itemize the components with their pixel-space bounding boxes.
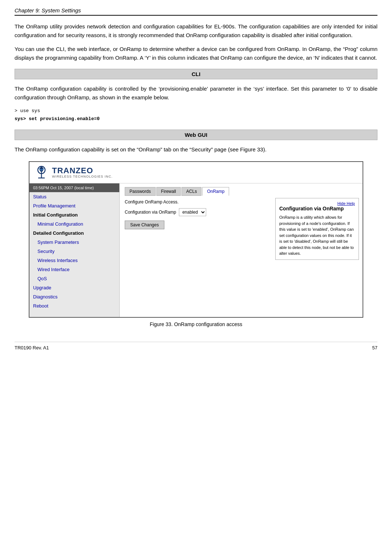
figure-caption: Figure 33. OnRamp configuration access [15, 321, 377, 327]
footer: TR0190 Rev. A1 57 [15, 342, 377, 350]
sidebar-item-minimal-configuration[interactable]: Minimal Configuration [29, 219, 119, 229]
config-select[interactable]: enableddisabled [179, 208, 206, 216]
sidebar-item-wired-interface[interactable]: Wired Interface [29, 265, 119, 274]
sidebar-item-initial-configuration: Initial Configuration [29, 210, 119, 219]
screenshot-wrapper: TRANZEO WIRELESS TECHNOLOGIES INC. 03:56… [15, 161, 377, 318]
chapter-title: Chapter 9: System Settings [15, 7, 377, 13]
sidebar-item-diagnostics[interactable]: Diagnostics [29, 292, 119, 301]
sidebar-item-wireless-interfaces[interactable]: Wireless Interfaces [29, 256, 119, 265]
sidebar-item-security[interactable]: Security [29, 247, 119, 256]
sidebar-item-system-parameters[interactable]: System Parameters [29, 238, 119, 247]
main-content: PasswordsFirewallACLsOnRamp Configure On… [120, 183, 363, 317]
screen-header: TRANZEO WIRELESS TECHNOLOGIES INC. [29, 162, 363, 183]
sidebar: 03:56PM Oct 15, 2007 (local time) Status… [29, 183, 120, 317]
sidebar-item-profile-management[interactable]: Profile Management [29, 201, 119, 210]
help-title: Configuration via OnRamp [279, 206, 355, 211]
code-line-1: > use sys [15, 107, 377, 115]
logo-name: TRANZEO [52, 166, 113, 175]
paragraph-2: You can use the CLI, the web interface, … [15, 45, 377, 62]
screenshot: TRANZEO WIRELESS TECHNOLOGIES INC. 03:56… [29, 161, 363, 318]
code-line-2: sys> set provisioning.enable=0 [15, 115, 377, 123]
sidebar-item-detailed-configuration: Detailed Configuration [29, 229, 119, 238]
webgui-paragraph: The OnRamp configuration capability is s… [15, 145, 377, 154]
save-button[interactable]: Save Changes [125, 221, 164, 229]
form-label: Configuration via OnRamp [125, 210, 176, 215]
tranzeo-logo-icon [34, 165, 49, 180]
help-text: OnRamp is a utility which allows for pro… [279, 214, 355, 257]
footer-left: TR0190 Rev. A1 [15, 345, 49, 350]
webgui-header: Web GUI [15, 130, 377, 140]
sidebar-item-qos[interactable]: QoS [29, 274, 119, 283]
paragraph-1: The OnRamp utility provides network dete… [15, 22, 377, 40]
sidebar-item-upgrade[interactable]: Upgrade [29, 283, 119, 292]
sidebar-time: 03:56PM Oct 15, 2007 (local time) [29, 183, 119, 192]
tab-acls[interactable]: ACLs [181, 187, 201, 196]
screen-body: 03:56PM Oct 15, 2007 (local time) Status… [29, 183, 363, 317]
tabs-row: PasswordsFirewallACLsOnRamp [125, 187, 357, 196]
tab-onramp[interactable]: OnRamp [202, 187, 229, 196]
logo: TRANZEO WIRELESS TECHNOLOGIES INC. [34, 165, 113, 180]
code-block: > use sys sys> set provisioning.enable=0 [15, 107, 377, 123]
hide-help-link[interactable]: Hide Help [337, 201, 355, 206]
logo-tagline: WIRELESS TECHNOLOGIES INC. [52, 175, 113, 179]
sidebar-items: StatusProfile ManagementInitial Configur… [29, 192, 119, 310]
help-panel: Hide Help Configuration via OnRamp OnRam… [275, 198, 359, 260]
cli-paragraph: The OnRamp configuration capability is c… [15, 84, 377, 102]
sidebar-item-reboot[interactable]: Reboot [29, 301, 119, 310]
tab-firewall[interactable]: Firewall [156, 187, 181, 196]
tab-passwords[interactable]: Passwords [125, 187, 156, 196]
logo-text: TRANZEO WIRELESS TECHNOLOGIES INC. [52, 166, 113, 179]
chapter-divider [15, 15, 377, 16]
footer-right: 57 [372, 345, 377, 350]
sidebar-item-status[interactable]: Status [29, 192, 119, 201]
cli-header: CLI [15, 69, 377, 79]
